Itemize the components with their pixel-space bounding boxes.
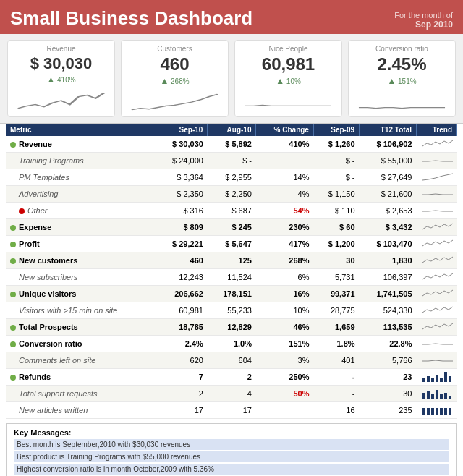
sparkline — [14, 89, 109, 111]
metric-value-cell: $ 106,902 — [360, 136, 417, 153]
header-subtitle: For the month of — [394, 11, 453, 20]
up-arrow-icon: ▲ — [387, 76, 396, 86]
up-arrow-icon: ▲ — [276, 76, 284, 86]
key-messages-title: Key Messages: — [14, 428, 449, 437]
metric-name-cell: Visitors with >15 min on site — [6, 302, 156, 319]
trend-sparkline — [421, 254, 453, 267]
metric-pct-cell: 14% — [256, 169, 313, 186]
metric-value-cell: 22.8% — [360, 336, 417, 352]
svg-rect-2 — [431, 378, 434, 382]
svg-rect-14 — [422, 408, 425, 415]
green-dot-icon — [10, 242, 16, 247]
metric-value-cell: $ 316 — [156, 203, 208, 219]
trend-cell — [417, 252, 457, 269]
metric-name-cell: Other — [6, 203, 156, 219]
trend-cell — [417, 352, 457, 369]
metric-value-cell: $ 103,470 — [360, 236, 417, 252]
metrics-table-section: MetricSep-10Aug-10% ChangeSep-09T12 Tota… — [0, 124, 463, 423]
metric-pct-cell — [256, 402, 313, 419]
green-dot-icon — [10, 325, 16, 331]
kpi-label: Customers — [127, 45, 222, 53]
metric-value-cell: $ 687 — [208, 203, 256, 219]
metric-pct-cell: 4% — [256, 186, 313, 203]
metric-value-cell: 17 — [156, 402, 208, 419]
kpi-label: Nice People — [241, 45, 336, 53]
metric-value-cell: $ 5,647 — [208, 236, 256, 252]
table-row: PM Templates$ 3,364$ 2,95514%$ -$ 27,649 — [6, 169, 457, 186]
svg-rect-18 — [440, 408, 443, 415]
metric-value-cell: - — [313, 369, 359, 386]
metric-name-cell: Profit — [6, 236, 156, 252]
table-row: Conversion ratio2.4%1.0%151%1.8%22.8% — [6, 336, 457, 352]
metric-value-cell: 99,371 — [313, 286, 359, 302]
trend-sparkline — [421, 387, 453, 400]
metric-pct-cell: 54% — [256, 203, 313, 219]
table-row: Total support requests2450%-30 — [6, 386, 457, 402]
table-row: New articles written171716235 — [6, 402, 457, 419]
trend-sparkline — [421, 370, 453, 383]
table-header: Sep-10 — [156, 124, 208, 136]
svg-rect-4 — [440, 378, 443, 382]
trend-cell — [417, 369, 457, 386]
metric-value-cell: 23 — [360, 369, 417, 386]
metric-value-cell: 1.8% — [313, 336, 359, 352]
trend-cell — [417, 169, 457, 186]
key-messages-list: Best month is September,2010 with $30,03… — [14, 439, 449, 476]
table-row: Revenue$ 30,030$ 5,892410%$ 1,260$ 106,9… — [6, 136, 457, 153]
metric-name-cell: Revenue — [6, 136, 156, 153]
svg-rect-19 — [444, 408, 447, 415]
metric-value-cell: 55,233 — [208, 302, 256, 319]
kpi-change: ▲ 268% — [127, 76, 222, 86]
kpi-change: ▲ 10% — [241, 76, 336, 86]
metric-name-cell: Total support requests — [6, 386, 156, 402]
trend-sparkline — [421, 271, 453, 284]
metric-value-cell: $ 30,030 — [156, 136, 208, 153]
trend-sparkline — [421, 221, 453, 234]
svg-rect-5 — [444, 372, 447, 382]
kpi-card-3: Conversion ratio 2.45% ▲ 151% — [348, 40, 456, 117]
kpi-card-0: Revenue $ 30,030 ▲ 410% — [7, 40, 115, 117]
metric-value-cell: $ 245 — [208, 219, 256, 236]
trend-cell — [417, 286, 457, 302]
svg-rect-7 — [422, 393, 425, 399]
table-header: % Change — [256, 124, 313, 136]
metric-value-cell: $ - — [313, 153, 359, 169]
header: Small Business Dashboard For the month o… — [0, 0, 463, 34]
trend-sparkline — [421, 287, 453, 300]
table-row: Visitors with >15 min on site60,98155,23… — [6, 302, 457, 319]
table-header: Aug-10 — [208, 124, 256, 136]
red-dot-icon — [19, 208, 25, 214]
metric-value-cell: $ - — [208, 153, 256, 169]
metric-value-cell: 7 — [156, 369, 208, 386]
metric-value-cell: $ 2,350 — [156, 186, 208, 203]
svg-rect-1 — [427, 376, 430, 382]
metric-pct-cell: 268% — [256, 252, 313, 269]
metric-value-cell: 206,662 — [156, 286, 208, 302]
trend-cell — [417, 219, 457, 236]
metric-value-cell: 16 — [313, 402, 359, 419]
svg-rect-0 — [422, 378, 425, 382]
trend-cell — [417, 186, 457, 203]
table-row: Total Prospects18,78512,82946%1,659113,5… — [6, 319, 457, 336]
metric-name-cell: New customers — [6, 252, 156, 269]
up-arrow-icon: ▲ — [46, 75, 55, 85]
table-row: New customers460125268%301,830 — [6, 252, 457, 269]
green-dot-icon — [10, 142, 16, 148]
key-message-item: Highest conversion ratio is in month Oct… — [14, 464, 449, 475]
metrics-table: MetricSep-10Aug-10% ChangeSep-09T12 Tota… — [6, 124, 457, 419]
trend-cell — [417, 203, 457, 219]
kpi-row: Revenue $ 30,030 ▲ 410% Customers 460 ▲ … — [0, 34, 463, 124]
metric-name-cell: Unique visitors — [6, 286, 156, 302]
metric-pct-cell: 230% — [256, 219, 313, 236]
metric-value-cell: 113,535 — [360, 319, 417, 336]
sparkline — [354, 90, 449, 112]
trend-cell — [417, 319, 457, 336]
svg-rect-20 — [449, 408, 451, 415]
metric-value-cell: 524,330 — [360, 302, 417, 319]
key-message-item: Best month is September,2010 with $30,03… — [14, 439, 449, 450]
svg-rect-10 — [436, 390, 438, 399]
metric-pct-cell: 16% — [256, 286, 313, 302]
trend-sparkline — [421, 137, 453, 150]
metric-name-cell: PM Templates — [6, 169, 156, 186]
trend-sparkline — [421, 154, 453, 167]
